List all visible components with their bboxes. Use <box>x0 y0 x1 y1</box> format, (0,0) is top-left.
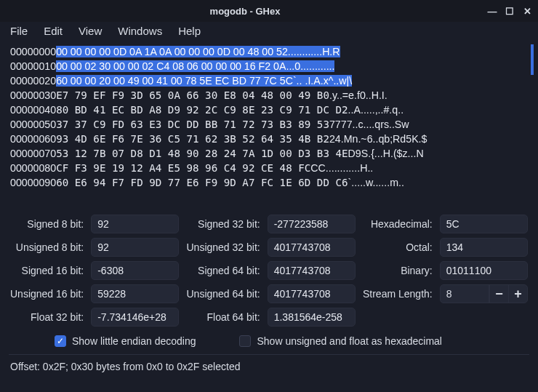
little-endian-label: Show little endian decoding <box>72 335 196 347</box>
unsigned-hex-check[interactable]: Show unsigned and float as hexadecimal <box>239 335 442 347</box>
label-s16: Signed 16 bit: <box>10 265 84 276</box>
label-s32: Signed 32 bit: <box>186 218 260 230</box>
checkbox-icon <box>239 335 251 347</box>
checkbox-icon: ✓ <box>55 335 66 347</box>
label-oct: Octal: <box>363 241 433 253</box>
label-u8: Unsigned 8 bit: <box>10 241 84 253</box>
value-decoder: Signed 8 bit: 92 Signed 32 bit: -2772235… <box>0 209 538 331</box>
menubar: File Edit View Windows Help <box>0 22 538 43</box>
decoder-options: ✓ Show little endian decoding Show unsig… <box>0 331 538 354</box>
value-s32[interactable]: -277223588 <box>268 215 356 233</box>
label-f64: Float 64 bit: <box>186 311 260 323</box>
close-icon[interactable]: ✕ <box>521 6 534 17</box>
value-bin[interactable]: 01011100 <box>440 261 528 280</box>
label-stream: Stream Length: <box>363 288 433 300</box>
value-s8[interactable]: 92 <box>91 215 179 233</box>
value-hex[interactable]: 5C <box>440 215 528 233</box>
statusbar: Offset: 0x2F; 0x30 bytes from 0x0 to 0x2… <box>0 355 538 380</box>
value-f64[interactable]: 1.381564e-258 <box>268 308 356 327</box>
menu-edit[interactable]: Edit <box>44 25 63 37</box>
window-controls: — ☐ ✕ <box>486 6 534 17</box>
titlebar: mogodb - GHex — ☐ ✕ <box>0 0 538 22</box>
label-s64: Signed 64 bit: <box>186 265 260 276</box>
minimize-icon[interactable]: — <box>486 6 499 17</box>
menu-file[interactable]: File <box>10 25 28 37</box>
maximize-icon[interactable]: ☐ <box>503 6 516 17</box>
label-u32: Unsigned 32 bit: <box>186 241 260 253</box>
label-s8: Signed 8 bit: <box>10 218 84 230</box>
value-u64[interactable]: 4017743708 <box>268 284 356 303</box>
scrollbar-thumb[interactable] <box>531 44 534 75</box>
window-title: mogodb - GHex <box>4 6 486 17</box>
value-u32[interactable]: 4017743708 <box>268 238 356 257</box>
stream-decrement-button[interactable]: − <box>489 285 508 303</box>
value-oct[interactable]: 134 <box>440 238 528 257</box>
status-text: Offset: 0x2F; 0x30 bytes from 0x0 to 0x2… <box>10 361 240 372</box>
label-u16: Unsigned 16 bit: <box>10 288 84 300</box>
value-s64[interactable]: 4017743708 <box>268 261 356 280</box>
little-endian-check[interactable]: ✓ Show little endian decoding <box>55 335 196 347</box>
label-bin: Binary: <box>363 265 433 276</box>
value-u16[interactable]: 59228 <box>91 284 179 303</box>
menu-help[interactable]: Help <box>178 25 201 37</box>
unsigned-hex-label: Show unsigned and float as hexadecimal <box>257 335 442 347</box>
value-f32[interactable]: -7.734146e+28 <box>91 308 179 327</box>
menu-view[interactable]: View <box>79 25 102 37</box>
label-u64: Unsigned 64 bit: <box>186 288 260 300</box>
hex-editor[interactable]: 0000000000 00 00 00 0D 0A 1A 0A 00 00 00… <box>0 43 538 209</box>
label-hex: Hexadecimal: <box>363 218 433 230</box>
value-u8[interactable]: 92 <box>91 238 179 257</box>
stream-length-value[interactable]: 8 <box>441 285 489 303</box>
label-f32: Float 32 bit: <box>10 311 84 323</box>
stream-length-control: 8 − + <box>440 284 528 303</box>
menu-windows[interactable]: Windows <box>118 25 162 37</box>
scrollbar-track[interactable] <box>531 43 537 209</box>
stream-increment-button[interactable]: + <box>508 285 527 303</box>
value-s16[interactable]: -6308 <box>91 261 179 280</box>
